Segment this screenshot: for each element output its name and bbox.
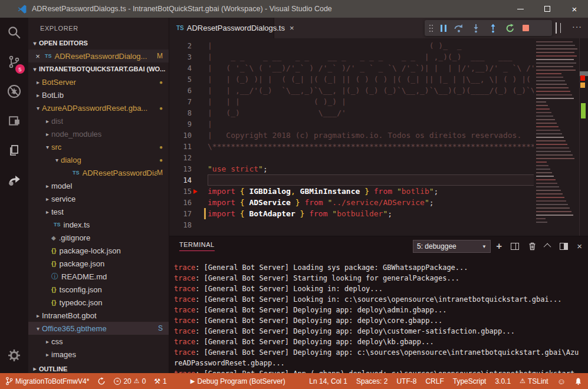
debug-activity-button[interactable]: [0, 77, 28, 106]
tree-item-node-modules[interactable]: ▸node_modules: [28, 127, 169, 140]
line-number[interactable]: 5: [169, 75, 192, 84]
gutter[interactable]: [192, 118, 208, 130]
tab-terminal[interactable]: TERMINAL: [179, 241, 215, 251]
cursor-position-status[interactable]: Ln 14, Col 1: [309, 377, 347, 385]
pages-activity-button[interactable]: [0, 136, 28, 165]
eol-status[interactable]: CRLF: [425, 377, 444, 385]
code-editor[interactable]: 2| ( )_ _3| _ _ _ __ _ _ __ _ _ _ _ _ _ …: [169, 38, 588, 236]
more-actions-button[interactable]: ···: [572, 21, 582, 32]
close-editor-icon[interactable]: ×: [33, 52, 42, 61]
problems-status[interactable]: × 20 ⚠ 0: [114, 377, 146, 385]
open-editor-item[interactable]: × TS ADResetPasswordDialog... M: [28, 50, 169, 62]
outline-header[interactable]: ▸ OUTLINE: [28, 364, 169, 373]
gutter[interactable]: [192, 174, 208, 186]
tree-item-tsconfig-json[interactable]: {}tsconfig.json: [28, 283, 169, 296]
gutter[interactable]: [192, 107, 208, 118]
line-number[interactable]: 16: [169, 199, 192, 207]
version-status[interactable]: 3.0.1: [495, 377, 511, 385]
line-number[interactable]: 15: [169, 187, 192, 196]
drag-grip-icon[interactable]: [429, 25, 433, 32]
tree-item-package-lock-json[interactable]: {}package-lock.json: [28, 244, 169, 257]
settings-button[interactable]: [0, 342, 28, 368]
minimize-button[interactable]: [507, 0, 534, 18]
maximize-panel-button[interactable]: [544, 243, 551, 251]
split-terminal-button[interactable]: [511, 243, 519, 250]
gutter[interactable]: [192, 130, 208, 141]
gutter[interactable]: [192, 141, 208, 152]
tree-item-office365-gbtheme[interactable]: ▾Office365.gbthemeS: [28, 322, 169, 335]
tab-adresetpassworddialogs[interactable]: TS ADResetPasswordDialogs.ts ×: [169, 18, 274, 38]
line-number[interactable]: 9: [169, 120, 192, 128]
git-branch-status[interactable]: MigrationToBotFmwV4*: [5, 377, 89, 385]
tree-item-botserver[interactable]: ▸BotServer●: [28, 75, 169, 88]
feedback-status[interactable]: ☺: [557, 377, 566, 386]
gutter[interactable]: [192, 96, 208, 107]
tree-item--gitignore[interactable]: ◆.gitignore: [28, 231, 169, 244]
tree-item-dist[interactable]: ▸dist: [28, 114, 169, 127]
line-number[interactable]: 14: [169, 176, 192, 184]
move-panel-right-button[interactable]: [560, 243, 568, 250]
gutter[interactable]: [192, 219, 208, 230]
tree-item-src[interactable]: ▾src●: [28, 140, 169, 153]
new-terminal-button[interactable]: +: [496, 241, 502, 251]
pause-button[interactable]: [441, 25, 446, 32]
line-number[interactable]: 12: [169, 154, 192, 162]
line-number[interactable]: 3: [169, 53, 192, 61]
tslint-status[interactable]: ⚠ TSLint: [520, 377, 548, 385]
tree-item-css[interactable]: ▸css: [28, 335, 169, 348]
restart-button[interactable]: [505, 24, 515, 33]
line-number[interactable]: 18: [169, 221, 192, 229]
sync-status[interactable]: [97, 377, 106, 385]
gutter[interactable]: [192, 197, 208, 208]
line-number[interactable]: 4: [169, 64, 192, 72]
extensions-activity-button[interactable]: [0, 106, 28, 136]
overview-ruler[interactable]: [579, 38, 588, 236]
share-activity-button[interactable]: [0, 165, 28, 194]
gutter[interactable]: [192, 208, 208, 219]
tree-item-adresetpassworddial-[interactable]: TSADResetPasswordDial...M: [28, 166, 169, 179]
minimap[interactable]: [534, 38, 579, 236]
line-number[interactable]: 6: [169, 87, 192, 95]
debug-status[interactable]: ▶ Debug Program (BotServer): [190, 377, 285, 385]
close-panel-button[interactable]: ×: [577, 242, 582, 250]
maximize-button[interactable]: [534, 0, 561, 18]
encoding-status[interactable]: UTF-8: [396, 377, 416, 385]
terminal-output[interactable]: trace: [General Bot Server] Loading sys …: [169, 256, 588, 373]
tree-item-images[interactable]: ▸images: [28, 348, 169, 361]
tree-item-readme-md[interactable]: ⓘREADME.md: [28, 270, 169, 283]
tree-item-package-json[interactable]: {}package.json: [28, 257, 169, 270]
tree-item-intranetbot-gbot[interactable]: ▸IntranetBot.gbot: [28, 309, 169, 322]
gutter[interactable]: [192, 85, 208, 96]
stop-button[interactable]: [523, 25, 529, 31]
workspace-header[interactable]: ▾ INTRANETBOTQUICKSTART.GBAI (WO...: [28, 62, 169, 75]
gutter[interactable]: [192, 186, 208, 197]
gutter[interactable]: [192, 51, 208, 62]
line-number[interactable]: 10: [169, 131, 192, 140]
step-into-button[interactable]: [471, 24, 481, 33]
line-number[interactable]: 7: [169, 98, 192, 106]
tree-item-azureadpasswordreset-gba-[interactable]: ▾AzureADPasswordReset.gba...●: [28, 101, 169, 114]
tree-item-test[interactable]: ▸test: [28, 205, 169, 218]
gutter[interactable]: [192, 62, 208, 74]
tree-item-botlib[interactable]: ▸BotLib: [28, 88, 169, 101]
kill-terminal-button[interactable]: [528, 242, 537, 250]
line-number[interactable]: 8: [169, 109, 192, 117]
gutter[interactable]: [192, 152, 208, 163]
step-out-button[interactable]: [488, 24, 498, 33]
line-number[interactable]: 11: [169, 143, 192, 151]
tree-item-model[interactable]: ▸model: [28, 179, 169, 192]
tree-item-dialog[interactable]: ▾dialog●: [28, 153, 169, 166]
terminal-select[interactable]: 5: debuggee ▼: [413, 240, 491, 253]
gutter[interactable]: [192, 163, 208, 174]
gutter[interactable]: [192, 74, 208, 85]
close-button[interactable]: ×: [561, 0, 588, 18]
source-control-activity-button[interactable]: 5: [0, 47, 28, 77]
line-number[interactable]: 2: [169, 42, 192, 50]
tree-item-service[interactable]: ▸service: [28, 192, 169, 205]
gutter[interactable]: [192, 40, 208, 51]
search-activity-button[interactable]: [0, 18, 28, 47]
open-editors-header[interactable]: ▾ OPEN EDITORS: [28, 37, 169, 50]
step-over-button[interactable]: [454, 24, 464, 33]
notifications-status[interactable]: [574, 377, 582, 385]
split-editor-button[interactable]: [556, 23, 557, 34]
